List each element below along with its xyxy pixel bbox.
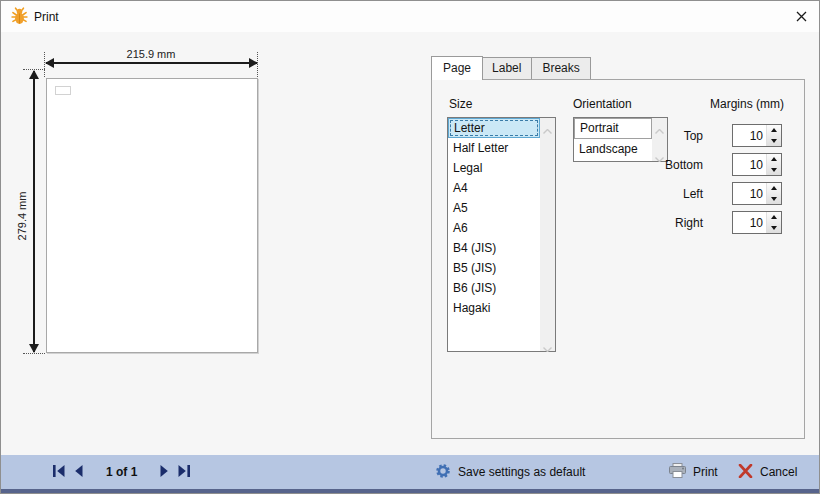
margin-left-label: Left xyxy=(683,187,703,201)
bug-icon xyxy=(9,6,30,27)
first-page-button[interactable] xyxy=(52,465,65,480)
spin-down-icon[interactable] xyxy=(767,223,781,234)
spin-down-icon[interactable] xyxy=(767,194,781,205)
margin-bottom-label: Bottom xyxy=(665,158,703,172)
dimension-tick xyxy=(23,353,45,354)
window-title: Print xyxy=(34,10,59,24)
dimension-tick xyxy=(23,69,45,70)
page-width-dimension-arrow xyxy=(46,62,257,64)
label-placeholder xyxy=(55,86,71,95)
next-page-icon xyxy=(160,465,169,480)
close-button[interactable] xyxy=(790,6,812,28)
spin-down-icon[interactable] xyxy=(767,165,781,176)
prev-page-icon xyxy=(74,465,83,480)
close-icon xyxy=(796,10,807,25)
list-item-b5-jis[interactable]: B5 (JIS) xyxy=(448,258,540,278)
orientation-label: Orientation xyxy=(573,97,632,111)
margin-top-spinner xyxy=(732,124,782,147)
cancel-button[interactable]: Cancel xyxy=(738,455,797,489)
cancel-button-label: Cancel xyxy=(760,465,797,479)
margin-right-spinner xyxy=(732,211,782,234)
list-item-hagaki[interactable]: Hagaki xyxy=(448,298,540,318)
page-navigation: 1 of 1 xyxy=(52,455,191,489)
cancel-x-icon xyxy=(738,464,753,481)
prev-page-button[interactable] xyxy=(74,465,83,480)
margin-bottom-spinner xyxy=(732,153,782,176)
save-settings-default-label: Save settings as default xyxy=(458,465,585,479)
first-page-icon xyxy=(52,465,65,480)
tab-page[interactable]: Page xyxy=(431,56,483,80)
tab-bar: Page Label Breaks xyxy=(431,57,591,80)
last-page-button[interactable] xyxy=(178,465,191,480)
margin-bottom-row: Bottom xyxy=(432,153,784,176)
gear-icon xyxy=(435,463,451,482)
print-button[interactable]: Print xyxy=(669,455,718,489)
margin-top-input[interactable] xyxy=(733,125,766,146)
page-height-dimension-arrow xyxy=(33,71,35,352)
list-item-b6-jis[interactable]: B6 (JIS) xyxy=(448,278,540,298)
print-dialog: Print 215.9 mm 279.4 mm Page Label Break… xyxy=(0,0,820,494)
page-indicator: 1 of 1 xyxy=(106,465,137,479)
margin-left-input[interactable] xyxy=(733,183,766,204)
next-page-button[interactable] xyxy=(160,465,169,480)
printer-icon xyxy=(669,463,686,481)
margins-label: Margins (mm) xyxy=(662,97,784,111)
list-item-b4-jis[interactable]: B4 (JIS) xyxy=(448,238,540,258)
margin-top-label: Top xyxy=(684,129,703,143)
tab-label[interactable]: Label xyxy=(482,57,532,80)
margin-right-label: Right xyxy=(675,216,703,230)
titlebar: Print xyxy=(1,1,819,32)
page-height-dimension-label: 279.4 mm xyxy=(16,190,30,242)
spin-up-icon[interactable] xyxy=(767,183,781,194)
page-preview xyxy=(46,78,258,353)
footer-bar: 1 of 1 Save settings as default xyxy=(1,455,819,493)
margin-right-input[interactable] xyxy=(733,212,766,233)
size-label: Size xyxy=(449,97,472,111)
spin-down-icon[interactable] xyxy=(767,136,781,147)
page-width-dimension-label: 215.9 mm xyxy=(101,48,201,60)
margin-right-row: Right xyxy=(432,211,784,234)
spin-up-icon[interactable] xyxy=(767,154,781,165)
dimension-tick xyxy=(257,52,258,77)
dimension-tick xyxy=(44,52,45,77)
save-settings-default-button[interactable]: Save settings as default xyxy=(435,455,585,489)
page-tab-panel: Size Letter Half Letter Legal A4 A5 A6 B… xyxy=(431,79,805,439)
spin-up-icon[interactable] xyxy=(767,125,781,136)
spin-up-icon[interactable] xyxy=(767,212,781,223)
tab-breaks[interactable]: Breaks xyxy=(532,57,590,80)
print-button-label: Print xyxy=(693,465,718,479)
margin-left-spinner xyxy=(732,182,782,205)
margin-bottom-input[interactable] xyxy=(733,154,766,175)
margin-top-row: Top xyxy=(432,124,784,147)
last-page-icon xyxy=(178,465,191,480)
margin-left-row: Left xyxy=(432,182,784,205)
scroll-down-icon[interactable] xyxy=(543,341,552,346)
